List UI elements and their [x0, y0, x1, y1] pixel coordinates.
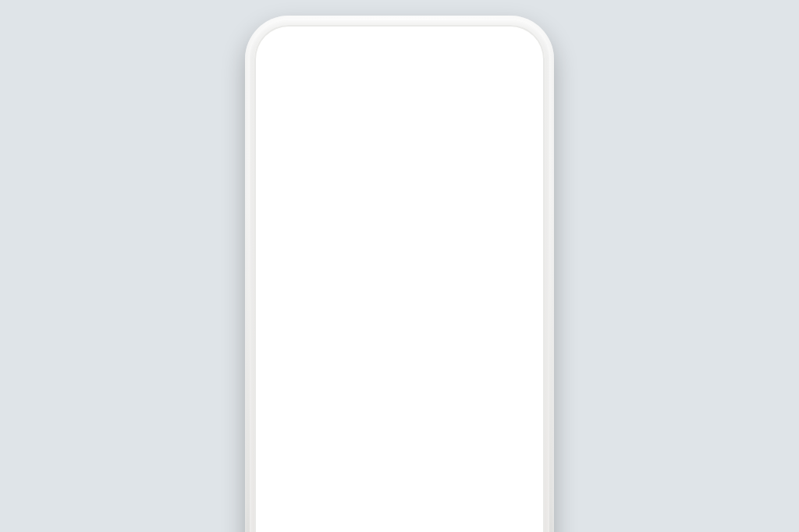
screen: 06:00 M + KAT Ort bearbeiten Landkreis H…	[267, 86, 532, 532]
modal-scrim[interactable]	[267, 86, 532, 532]
selected-tab-strip	[267, 172, 532, 203]
add-icon: +	[509, 112, 521, 137]
location-name: Landkreis Heidekreis	[279, 160, 520, 192]
toggle-row: Erdrutsch / Lawine	[279, 387, 520, 422]
proximity-sensors	[346, 47, 368, 55]
subheader: KAT	[267, 154, 532, 172]
toggle-switch[interactable]	[470, 500, 506, 519]
toggle-row: Achtung	[279, 492, 520, 527]
stage: 06:00 M + KAT Ort bearbeiten Landkreis H…	[0, 0, 799, 532]
status-bar: 06:00	[267, 86, 532, 108]
dialog-title: Ort bearbeiten	[279, 119, 520, 160]
earpiece	[356, 47, 443, 55]
toggle-switch[interactable]	[470, 430, 506, 449]
toggle-label: Achtung	[293, 502, 342, 517]
subheader-label: KAT	[278, 158, 297, 168]
toggle-row: Seuchenfall	[279, 352, 520, 387]
toggle-switch[interactable]	[470, 360, 506, 378]
front-camera	[448, 42, 463, 58]
toggle-label: Seuchenfall	[293, 361, 363, 377]
toggle-label: Erdrutsch / Lawine	[293, 396, 403, 412]
toggle-row: Verkehrsunfall	[279, 422, 520, 457]
enable-notifications-button[interactable]: Benachrichtigungen aktivieren	[293, 193, 506, 239]
toggle-switch[interactable]	[470, 254, 506, 273]
toggle-label: Feuer	[293, 256, 328, 271]
battery-icon	[484, 90, 492, 103]
toggle-switch[interactable]	[470, 325, 506, 343]
toggle-row: Feuer	[279, 246, 520, 282]
toggle-label: Verkehrsunfall	[293, 431, 378, 447]
edit-location-dialog: Ort bearbeiten Landkreis Heidekreis Bena…	[279, 119, 520, 532]
toggle-label: Chemieunfall	[293, 291, 371, 307]
enable-notifications-label: Benachrichtigungen aktivieren	[306, 201, 471, 231]
notification-toggle-list: FeuerChemieunfallSchulausfallSeuchenfall…	[279, 246, 520, 532]
toggle-switch[interactable]	[470, 289, 506, 308]
wifi-icon	[445, 91, 459, 102]
toggle-row: Großschadenslage	[279, 457, 520, 492]
toggle-label: Großschadenslage	[293, 466, 406, 482]
toggle-row: Schulausfall	[279, 317, 520, 352]
toggle-switch[interactable]	[470, 395, 506, 413]
chevron-up-icon	[484, 212, 495, 220]
signal-icon	[465, 91, 478, 102]
phone-frame: 06:00 M + KAT Ort bearbeiten Landkreis H…	[245, 16, 554, 532]
app-bar: M +	[267, 108, 532, 154]
toggle-label: Schulausfall	[293, 326, 365, 342]
toggle-switch[interactable]	[470, 465, 506, 484]
toggle-row: Chemieunfall	[279, 282, 520, 317]
app-title: M	[278, 121, 292, 141]
status-time: 06:00	[498, 91, 526, 103]
